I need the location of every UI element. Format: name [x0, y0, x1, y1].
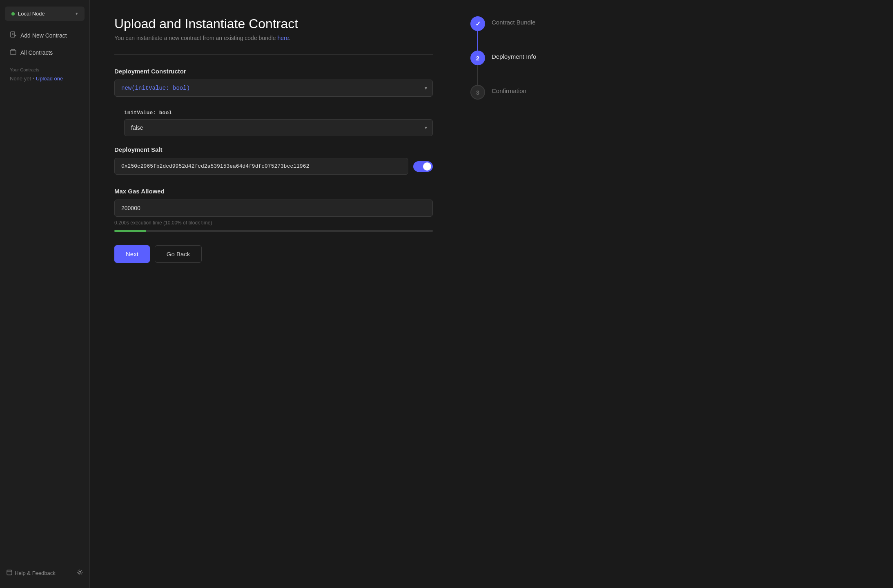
gear-icon: [77, 569, 83, 577]
init-value-label: initValue: bool: [124, 110, 433, 116]
node-label: Local Node: [18, 11, 72, 17]
gas-progress-bar: [114, 230, 433, 232]
salt-toggle[interactable]: [413, 161, 433, 172]
deployment-salt-input[interactable]: 0x250c2965fb2dcd9952d42fcd2a539153ea64d4…: [114, 158, 408, 175]
node-status-dot: [11, 12, 15, 16]
step-1-circle: ✓: [470, 16, 485, 31]
sidebar-nav: Add New Contract All Contracts: [0, 27, 89, 61]
step-3-circle: 3: [470, 85, 485, 100]
sidebar-footer: Help & Feedback: [0, 564, 89, 581]
deployment-constructor-section: Deployment Constructor new(initValue: bo…: [114, 68, 433, 97]
upload-one-link[interactable]: Upload one: [36, 75, 63, 82]
deployment-salt-section: Deployment Salt 0x250c2965fb2dcd9952d42f…: [114, 146, 433, 175]
help-icon: [7, 570, 12, 577]
step-2-line: [477, 65, 478, 85]
help-label: Help & Feedback: [15, 570, 56, 576]
init-value-wrapper: false ▾: [124, 119, 433, 136]
action-buttons: Next Go Back: [114, 245, 433, 263]
toggle-track: [413, 161, 433, 172]
page-title: Upload and Instantiate Contract: [114, 16, 433, 31]
svg-rect-6: [7, 570, 12, 575]
help-feedback-item[interactable]: Help & Feedback: [7, 570, 56, 577]
none-yet-text: None yet •: [10, 75, 36, 82]
deployment-constructor-select[interactable]: new(initValue: bool): [114, 80, 433, 97]
sidebar-item-add-new-contract[interactable]: Add New Contract: [5, 27, 85, 44]
step-confirmation: 3 Confirmation: [470, 85, 550, 100]
sidebar: Local Node ▾ Add New Contract: [0, 0, 90, 588]
chevron-down-icon: ▾: [76, 11, 78, 16]
gas-info-text: 0.200s execution time (10.00% of block t…: [114, 220, 433, 226]
page-subtitle: You can instantiate a new contract from …: [114, 35, 433, 41]
subtitle-text: You can instantiate a new contract from …: [114, 35, 278, 41]
step-2-circle: 2: [470, 51, 485, 65]
max-gas-label: Max Gas Allowed: [114, 188, 433, 195]
add-contract-icon: [10, 31, 16, 40]
step-1-text: Contract Bundle: [492, 16, 536, 26]
svg-rect-5: [10, 50, 16, 54]
here-link[interactable]: here: [278, 35, 289, 41]
add-contract-label: Add New Contract: [20, 32, 67, 39]
deployment-constructor-label: Deployment Constructor: [114, 68, 433, 75]
step-deployment-info: 2 Deployment Info: [470, 51, 550, 85]
your-contracts-section-label: Your Contracts: [0, 61, 89, 74]
step-contract-bundle: ✓ Contract Bundle: [470, 16, 550, 51]
all-contracts-label: All Contracts: [20, 49, 53, 56]
steps-panel: ✓ Contract Bundle 2 Deployment Info 3 Co: [457, 0, 563, 588]
svg-point-8: [79, 571, 81, 573]
main-area: Upload and Instantiate Contract You can …: [90, 0, 893, 588]
go-back-button[interactable]: Go Back: [155, 245, 202, 263]
node-selector[interactable]: Local Node ▾: [5, 7, 85, 21]
salt-row: 0x250c2965fb2dcd9952d42fcd2a539153ea64d4…: [114, 158, 433, 175]
sidebar-item-all-contracts[interactable]: All Contracts: [5, 44, 85, 61]
deployment-salt-label: Deployment Salt: [114, 146, 433, 153]
step-2-text: Deployment Info: [492, 51, 536, 60]
init-value-section: initValue: bool false ▾: [124, 110, 433, 136]
step-1-label: Contract Bundle: [492, 19, 536, 26]
next-button[interactable]: Next: [114, 245, 150, 263]
main-content: Upload and Instantiate Contract You can …: [90, 0, 457, 588]
section-divider: [114, 54, 433, 55]
max-gas-section: Max Gas Allowed 200000 0.200s execution …: [114, 188, 433, 232]
your-contracts-empty: None yet • Upload one: [0, 74, 89, 83]
gas-progress-fill: [114, 230, 146, 232]
step-3-label: Confirmation: [492, 87, 526, 94]
settings-item[interactable]: [77, 569, 83, 577]
toggle-thumb: [423, 162, 431, 171]
deployment-constructor-wrapper: new(initValue: bool) ▾: [114, 80, 433, 97]
step-3-text: Confirmation: [492, 85, 526, 95]
max-gas-input[interactable]: 200000: [114, 200, 433, 217]
step-2-label: Deployment Info: [492, 53, 536, 60]
all-contracts-icon: [10, 49, 16, 57]
step-1-line: [477, 31, 478, 51]
init-value-select[interactable]: false: [124, 119, 433, 136]
